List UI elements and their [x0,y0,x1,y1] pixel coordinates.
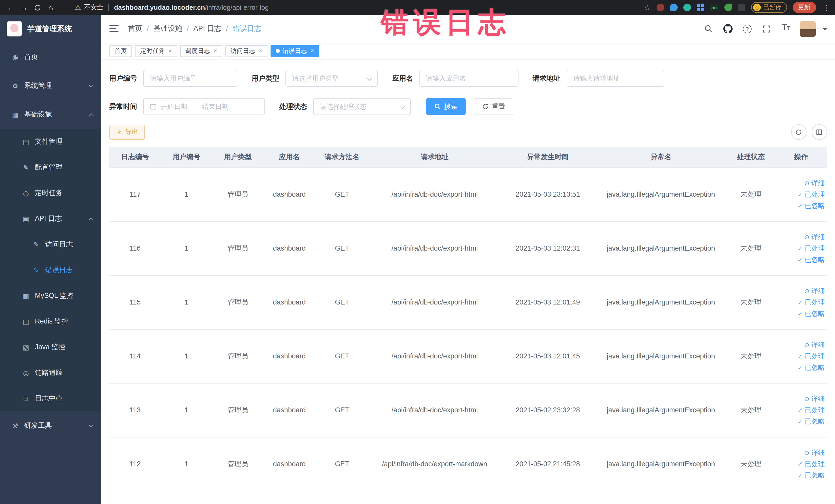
extension-icon-1[interactable] [656,4,664,11]
user-id-input[interactable] [143,70,237,87]
sidebar-item-system-management[interactable]: ⚙ 系统管理 [0,72,101,100]
ignored-link[interactable]: ✓已忽略 [797,417,825,426]
cell-url: /api/infra/db-doc/export-html [369,383,500,437]
ignored-link[interactable]: ✓已忽略 [797,471,825,480]
home-icon[interactable]: ⌂ [44,1,58,14]
refresh-table-button[interactable] [791,124,806,140]
sidebar-item-label: 日志中心 [35,394,63,403]
extension-icon-6[interactable] [737,4,745,11]
sidebar-item-label: 系统管理 [24,81,52,90]
action-label: 详细 [811,233,825,242]
chevron-down-icon [88,82,94,87]
ignored-link[interactable]: ✓已忽略 [797,201,825,210]
cell-status: 未处理 [727,167,775,221]
sidebar-item-config-management[interactable]: ✎ 配置管理 [0,155,101,180]
sidebar-item-scheduled-tasks[interactable]: ◷ 定时任务 [0,180,101,206]
column-header: 请求地址 [369,147,500,167]
avatar[interactable] [799,21,815,37]
java-monitor-icon: ▧ [22,343,30,351]
processed-link[interactable]: ✓已处理 [797,459,825,468]
bookmark-star-icon[interactable]: ☆ [644,3,651,12]
detail-link[interactable]: ⊙详细 [804,233,825,242]
cell-app: dashboard [264,383,315,437]
sidebar-item-infrastructure[interactable]: ▦ 基础设施 [0,100,101,129]
cell-user-type: 管理员 [212,167,264,221]
process-status-select[interactable]: 请选择处理状态 [313,98,411,115]
log-center-icon: ⊟ [22,395,30,402]
extension-icon-5[interactable] [724,4,732,11]
date-range-picker[interactable]: 开始日期 - 结束日期 [143,98,265,115]
ignored-link[interactable]: ✓已忽略 [797,309,825,318]
sidebar-item-access-log[interactable]: ✎ 访问日志 [0,231,101,257]
site-security-chip[interactable]: ⚠ 不安全 [75,3,103,12]
column-settings-button[interactable] [811,124,827,140]
action-label: 已忽略 [805,417,825,426]
sidebar-item-mysql-monitor[interactable]: ▥ MySQL 监控 [0,283,101,309]
tab-error-log[interactable]: 错误日志 × [270,45,319,57]
sidebar-item-java-monitor[interactable]: ▧ Java 监控 [0,334,101,360]
sidebar-item-home[interactable]: ◉ 首页 [0,43,101,72]
browser-menu-icon[interactable]: ⋮ [822,3,831,12]
sidebar-item-file-management[interactable]: ▤ 文件管理 [0,129,101,155]
processed-link[interactable]: ✓已处理 [797,298,825,307]
sidebar-item-log-center[interactable]: ⊟ 日志中心 [0,386,101,411]
font-size-icon[interactable]: TT [780,23,792,35]
reset-button[interactable]: 重置 [474,98,513,115]
breadcrumb-item[interactable]: API 日志 [194,24,233,33]
breadcrumb-item[interactable]: 基础设施 [154,24,194,33]
check-icon: ✓ [797,256,803,263]
processed-link[interactable]: ✓已处理 [797,244,825,253]
processed-link[interactable]: ✓已处理 [797,190,825,199]
grid-icon: ▦ [11,110,20,118]
tab-scheduled-tasks[interactable]: 定时任务 × [135,45,177,57]
help-icon[interactable]: ? [741,23,753,35]
cell-user-type: 管理员 [212,437,264,491]
github-icon[interactable] [721,23,734,35]
fullscreen-icon[interactable] [760,23,773,35]
processed-link[interactable]: ✓已处理 [797,405,825,415]
tab-access-log[interactable]: 访问日志 × [225,45,267,57]
detail-link[interactable]: ⊙详细 [804,394,825,403]
logo[interactable]: 芋道管理系统 [0,15,101,43]
chevron-down-icon[interactable] [823,28,827,32]
detail-link[interactable]: ⊙详细 [804,286,825,296]
processed-link[interactable]: ✓已处理 [797,351,825,361]
close-icon[interactable]: × [311,47,314,55]
ignored-link[interactable]: ✓已忽略 [797,363,825,372]
extension-icon-4[interactable] [696,4,704,11]
export-button[interactable]: 导出 [109,124,145,139]
close-icon[interactable]: × [213,47,217,55]
user-type-select[interactable]: 请选择用户类型 [285,70,378,87]
detail-link[interactable]: ⊙详细 [804,448,825,457]
address-bar[interactable]: dashboard.yudao.iocoder.cn/infra/log/api… [114,4,269,11]
sidebar-item-dev-tools[interactable]: ⚒ 研发工具 [0,411,101,440]
extension-icon-3[interactable] [683,4,691,11]
extension-icon-2[interactable] [670,4,677,11]
detail-link[interactable]: ⊙详细 [804,178,825,188]
cell-user-type: 管理员 [212,221,264,275]
request-url-input[interactable] [567,70,664,87]
close-icon[interactable]: × [259,47,262,55]
refresh-icon[interactable] [31,1,44,14]
sidebar-item-error-log[interactable]: ✎ 错误日志 [0,257,101,283]
search-button[interactable]: 搜索 [426,98,466,115]
sidebar-item-redis-monitor[interactable]: ◫ Redis 监控 [0,309,101,334]
hamburger-icon[interactable] [109,25,119,32]
sidebar-item-trace[interactable]: ◎ 链路追踪 [0,360,101,386]
update-button[interactable]: 更新 [792,2,816,13]
breadcrumb-item[interactable]: 首页 [128,24,154,33]
ignored-link[interactable]: ✓已忽略 [797,255,825,264]
back-icon[interactable]: ← [4,1,18,14]
app-name-input[interactable] [419,70,518,87]
paused-badge[interactable]: ☺ 已暂停 [751,2,787,13]
sidebar-item-api-log[interactable]: ▣ API 日志 [0,206,101,231]
close-icon[interactable]: × [168,47,172,55]
tab-schedule-log[interactable]: 调度日志 × [180,45,222,57]
tab-home[interactable]: 首页 [109,45,132,57]
extension-on-badge[interactable]: on [710,4,718,11]
column-header: 应用名 [264,147,315,167]
cell-app: dashboard [264,329,315,383]
forward-icon[interactable]: → [18,1,31,14]
search-icon[interactable] [702,23,714,35]
detail-link[interactable]: ⊙详细 [804,340,825,349]
